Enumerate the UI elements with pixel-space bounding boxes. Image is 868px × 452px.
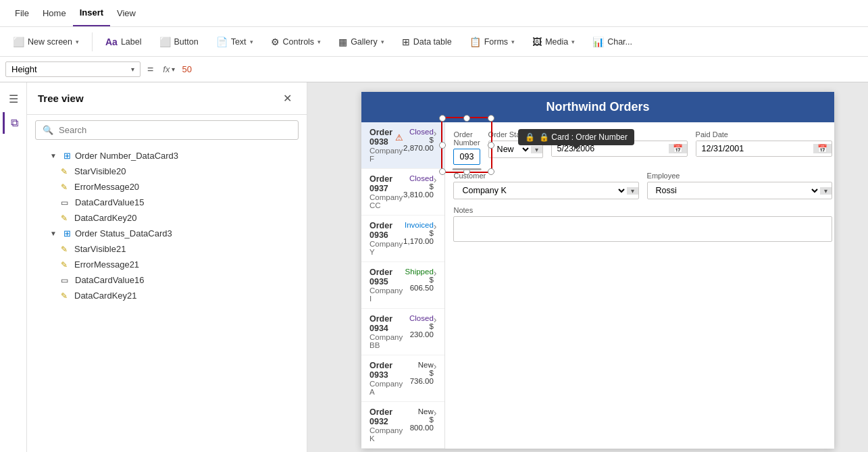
text-button[interactable]: 📄 Text ▾ (209, 33, 261, 51)
search-input[interactable] (59, 125, 291, 135)
menu-insert[interactable]: Insert (73, 0, 110, 26)
order-date-calendar-icon[interactable]: 📅 (669, 144, 687, 153)
order-number-0933: Order 0933 (369, 361, 407, 380)
tree-item-label: DataCardKey21 (74, 291, 137, 301)
order-item-0937[interactable]: Order 0937 Company CC Closed $ 3,810.00 … (361, 169, 444, 216)
menu-view[interactable]: View (110, 0, 143, 26)
employee-select[interactable]: Rossi (648, 182, 820, 199)
order-status-0938: Closed (403, 128, 434, 136)
toolbar: ⬜ New screen ▾ Aa Label ⬜ Button 📄 Text … (0, 27, 868, 57)
data-table-icon: ⊞ (402, 36, 410, 47)
gallery-icon: ▦ (338, 36, 347, 47)
order-status-0933: New (407, 361, 434, 369)
employee-select-wrap: Rossi ▾ (647, 182, 832, 199)
main-layout: ☰ ⧉ Tree view ✕ 🔍 ▼ ⊞ Order Number_DataC… (0, 82, 868, 452)
formula-equals: = (145, 64, 156, 76)
tree-item-datacardvalue15[interactable]: ▭ DataCardValue15 (27, 195, 307, 210)
property-selector[interactable]: Height ▾ (5, 61, 141, 77)
panel-close-button[interactable]: ✕ (279, 91, 296, 106)
new-screen-button[interactable]: ⬜ New screen ▾ (5, 33, 86, 51)
tree-item-label: StarVisible21 (74, 244, 126, 254)
tree-item-label: Order Status_DataCard3 (75, 228, 172, 238)
order-item-0934[interactable]: Order 0934 Company BB Closed $ 230.00 › (361, 309, 444, 355)
order-number-label: Order Number (453, 130, 480, 147)
order-number-0934: Order 0934 (369, 314, 408, 333)
order-amount-0932: $ 800.00 (407, 416, 434, 432)
paid-date-calendar-icon[interactable]: 📅 (813, 144, 832, 153)
edit-icon: ✎ (61, 182, 68, 192)
gallery-button[interactable]: ▦ Gallery ▾ (331, 33, 392, 51)
paid-date-field: Paid Date 📅 (696, 130, 832, 165)
order-item-0936[interactable]: Order 0936 Company Y Invoiced $ 1,170.00… (361, 216, 444, 262)
layers-icon[interactable]: ⧉ (3, 112, 24, 134)
chevron-down-icon: ▼ (50, 152, 57, 159)
app-title: Northwind Orders (546, 100, 649, 114)
lock-icon: 🔒 (525, 132, 535, 142)
menu-home[interactable]: Home (36, 0, 73, 26)
tree-item-datacardkey20[interactable]: ✎ DataCardKey20 (27, 210, 307, 226)
forms-button[interactable]: 📋 Forms ▾ (462, 33, 522, 51)
controls-chevron: ▾ (317, 39, 321, 45)
nav-arrow-0933: › (434, 361, 437, 372)
star-icon: ✎ (61, 167, 68, 176)
tree-item-datacardkey21[interactable]: ✎ DataCardKey21 (27, 288, 307, 303)
paid-date-input[interactable] (696, 141, 813, 156)
customer-label: Customer (453, 172, 638, 180)
data-table-button[interactable]: ⊞ Data table (394, 33, 459, 51)
order-item-0933[interactable]: Order 0933 Company A New $ 736.00 › (361, 355, 444, 402)
tree-item-order-status-datacard3[interactable]: ▼ ⊞ Order Status_DataCard3 (27, 226, 307, 241)
star-icon-2: ✎ (61, 245, 68, 254)
tree-item-errormessage20[interactable]: ✎ ErrorMessage20 (27, 179, 307, 195)
order-status-0934: Closed (408, 314, 434, 322)
order-number-input[interactable] (453, 149, 480, 165)
hamburger-icon[interactable]: ☰ (3, 88, 24, 109)
card-tooltip: 🔒 🔒 Card : Order Number (518, 129, 634, 145)
order-item-0932[interactable]: Order 0932 Company K New $ 800.00 › (361, 402, 444, 449)
tooltip-text: 🔒 Card : Order Number (539, 132, 628, 142)
tree-item-starvisible21[interactable]: ✎ StarVisible21 (27, 241, 307, 257)
tree-item-starvisible20[interactable]: ✎ StarVisible20 (27, 164, 307, 179)
app-content: Order 0938 ⚠ Company F Closed $ 2,870.00… (361, 122, 834, 449)
order-company-0932: Company K (369, 426, 407, 443)
label-icon: Aa (105, 36, 118, 47)
formula-value[interactable]: 50 (182, 64, 191, 74)
order-right-0933: New $ 736.00 (407, 361, 434, 385)
button-button[interactable]: ⬜ Button (152, 33, 206, 51)
canvas-area: 🔒 🔒 Card : Order Number Northwind Orders (307, 82, 868, 452)
order-status-0932: New (407, 407, 434, 416)
order-item-left: Order 0938 ⚠ Company F (369, 128, 403, 163)
order-status-0937: Closed (403, 174, 434, 182)
notes-textarea[interactable] (453, 216, 832, 242)
order-number-0936: Order 0936 (369, 221, 403, 240)
label-button[interactable]: Aa Label (98, 33, 149, 51)
input-icon-2: ▭ (61, 276, 68, 285)
order-company-0933: Company A (369, 380, 407, 396)
tree-item-label: Order Number_DataCard3 (75, 151, 178, 161)
tree-item-label: DataCardKey20 (74, 213, 137, 223)
panel-header: Tree view ✕ (27, 82, 307, 115)
warning-icon-0938: ⚠ (395, 132, 403, 143)
customer-select[interactable]: Company K (454, 182, 626, 199)
order-number-field: Order Number (453, 130, 480, 165)
order-number-0935: Order 0935 (369, 268, 405, 286)
customer-select-wrap: Company K ▾ (453, 182, 638, 199)
tree-item-errormessage21[interactable]: ✎ ErrorMessage21 (27, 257, 307, 272)
new-screen-icon: ⬜ (13, 36, 24, 47)
group-icon-2: ⊞ (63, 228, 71, 238)
tree-item-datacardvalue16[interactable]: ▭ DataCardValue16 (27, 272, 307, 288)
order-item-0935[interactable]: Order 0935 Company I Shipped $ 606.50 › (361, 262, 444, 309)
order-number-0932: Order 0932 (369, 407, 407, 426)
notes-label: Notes (453, 206, 832, 214)
chart-button[interactable]: 📊 Char... (585, 33, 640, 51)
controls-button[interactable]: ⚙ Controls ▾ (263, 33, 329, 51)
tree-item-order-number-datacard3[interactable]: ▼ ⊞ Order Number_DataCard3 (27, 148, 307, 164)
forms-icon: 📋 (469, 36, 481, 47)
media-button[interactable]: 🖼 Media ▾ (525, 33, 582, 51)
tree-item-label: DataCardValue15 (75, 197, 144, 207)
orders-list: Order 0938 ⚠ Company F Closed $ 2,870.00… (361, 122, 445, 449)
fx-chevron: ▾ (172, 66, 175, 73)
menu-file[interactable]: File (8, 0, 36, 26)
order-item-0938[interactable]: Order 0938 ⚠ Company F Closed $ 2,870.00… (361, 122, 444, 169)
nav-arrow-0935: › (434, 268, 437, 278)
status-select-arrow: ▾ (531, 146, 542, 153)
